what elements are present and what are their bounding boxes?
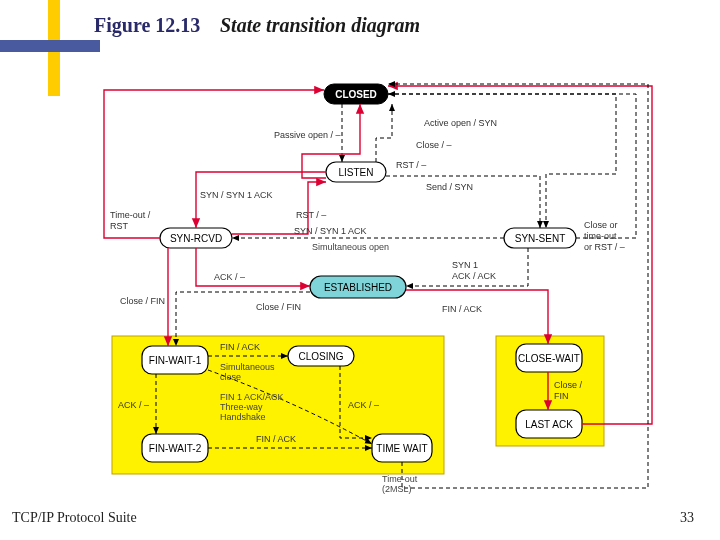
state-transition-diagram: CLOSED LISTEN SYN-RCVD SYN-SENT ESTABLIS… [96,78,660,494]
svg-text:Three-way: Three-way [220,402,263,412]
svg-text:Time-out /: Time-out / [110,210,151,220]
svg-text:SYN-RCVD: SYN-RCVD [170,233,222,244]
svg-text:ACK / –: ACK / – [214,272,245,282]
svg-text:CLOSED: CLOSED [335,89,377,100]
svg-text:RST / –: RST / – [396,160,426,170]
svg-text:TIME​ WAIT: TIME​ WAIT [376,443,427,454]
state-syn-sent: SYN-SENT [504,228,576,248]
state-last-ack: LAST​ ACK [516,410,582,438]
svg-text:Close / FIN: Close / FIN [256,302,301,312]
svg-text:SYN / SYN 1 ACK: SYN / SYN 1 ACK [200,190,273,200]
state-established: ESTABLISHED [310,276,406,298]
page-number: 33 [680,510,694,526]
svg-text:Passive open / –: Passive open / – [274,130,341,140]
figure-number: Figure 12.13 [94,14,200,37]
svg-text:CLOSE-​WAIT: CLOSE-​WAIT [518,353,580,364]
svg-text:LAST​ ACK: LAST​ ACK [525,419,573,430]
slide-accent-horizontal [0,40,100,52]
svg-text:CLOSING: CLOSING [298,351,343,362]
svg-text:Close or: Close or [584,220,618,230]
state-close-wait: CLOSE-​WAIT [516,344,582,372]
svg-text:ACK / –: ACK / – [348,400,379,410]
svg-text:RST: RST [110,221,129,231]
svg-text:Close / –: Close / – [416,140,452,150]
svg-text:RST / –: RST / – [296,210,326,220]
svg-text:FIN: FIN [554,391,569,401]
svg-text:FIN / ACK: FIN / ACK [256,434,296,444]
svg-text:LISTEN: LISTEN [338,167,373,178]
state-closed: CLOSED [324,84,388,104]
svg-text:Send / SYN: Send / SYN [426,182,473,192]
state-fin-wait-2: FIN-​WAIT-2 [142,434,208,462]
svg-text:SYN-SENT: SYN-SENT [515,233,566,244]
svg-text:time-out: time-out [584,231,617,241]
edge-listen-closed [376,104,392,162]
svg-text:Close /: Close / [554,380,583,390]
footer-left: TCP/IP Protocol Suite [12,510,137,526]
svg-text:FIN-​WAIT-2: FIN-​WAIT-2 [149,443,202,454]
state-closing: CLOSING [288,346,354,366]
svg-text:ACK / –: ACK / – [118,400,149,410]
svg-text:or RST / –: or RST / – [584,242,625,252]
svg-text:SYN 1: SYN 1 [452,260,478,270]
svg-text:SYN / SYN 1 ACK: SYN / SYN 1 ACK [294,226,367,236]
svg-text:FIN-​WAIT-1: FIN-​WAIT-1 [149,355,202,366]
svg-text:(2MSL): (2MSL) [382,484,412,494]
state-fin-wait-1: FIN-​WAIT-1 [142,346,208,374]
svg-text:FIN 1 ACK/ACK: FIN 1 ACK/ACK [220,392,284,402]
svg-text:Time-out: Time-out [382,474,418,484]
svg-text:Simultaneous: Simultaneous [220,362,275,372]
svg-text:ESTABLISHED: ESTABLISHED [324,282,392,293]
svg-text:Handshake: Handshake [220,412,266,422]
state-listen: LISTEN [326,162,386,182]
svg-text:Simultaneous open: Simultaneous open [312,242,389,252]
state-syn-rcvd: SYN-RCVD [160,228,232,248]
svg-text:ACK / ACK: ACK / ACK [452,271,496,281]
svg-text:Close / FIN: Close / FIN [120,296,165,306]
svg-text:FIN / ACK: FIN / ACK [442,304,482,314]
svg-text:close: close [220,372,241,382]
figure-title: State transition diagram [220,14,420,37]
svg-text:Active open / SYN: Active open / SYN [424,118,497,128]
state-time-wait: TIME​ WAIT [372,434,432,462]
svg-text:FIN / ACK: FIN / ACK [220,342,260,352]
